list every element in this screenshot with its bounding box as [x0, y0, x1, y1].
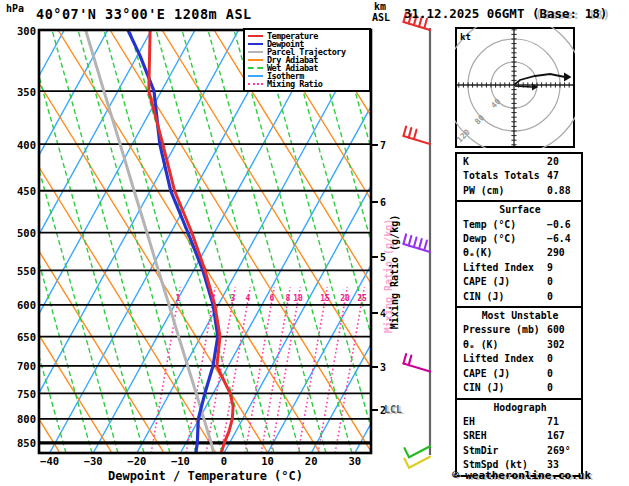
- pressure-tick-label: 450: [4, 185, 36, 197]
- pressure-axis-unit: hPa: [6, 3, 24, 14]
- stat-label: Dewp (°C): [463, 232, 547, 246]
- wet-adiabat-line: [624, 30, 629, 453]
- stat-value: −0.6: [547, 218, 577, 232]
- stat-value: 167: [547, 429, 577, 443]
- temperature-tick-label: 20: [291, 455, 331, 467]
- stat-value: 0: [547, 290, 577, 304]
- stat-row: Lifted Index0: [463, 352, 577, 366]
- stat-value: −6.4: [547, 232, 577, 246]
- wet-adiabat-line: [130, 30, 248, 453]
- legend-swatch-dotted: [248, 83, 263, 85]
- stat-row: CAPE (J)0: [463, 275, 577, 289]
- pressure-tick-label: 300: [4, 25, 36, 37]
- copyright: © weatheronline.co.uk: [452, 469, 591, 482]
- wet-adiabat-line: [208, 30, 326, 453]
- mixing-ratio-value-label: 20: [337, 294, 353, 303]
- wind-barb-tick: [404, 127, 407, 136]
- wind-barb: [404, 234, 431, 252]
- stats-section: Most UnstablePressure (mb)600θₑ (K)302Li…: [455, 306, 583, 399]
- stat-value: 302: [547, 338, 577, 352]
- wind-barb-tick: [405, 459, 410, 468]
- legend-box: TemperatureDewpointParcel TrajectoryDry …: [243, 28, 371, 92]
- station-title: 40°07'N 33°00'E 1208m ASL: [36, 6, 252, 22]
- stat-label: K: [463, 155, 547, 169]
- stats-section-header: Surface: [463, 203, 577, 217]
- stat-row: PW (cm)0.88: [463, 184, 577, 198]
- wet-adiabat-line: [598, 30, 629, 453]
- pressure-tick-label: 800: [4, 413, 36, 425]
- altitude-tick-label: 6: [380, 197, 386, 208]
- wind-barb-tick: [414, 237, 417, 247]
- stat-row: θₑ(K)290: [463, 246, 577, 260]
- wind-barb-tick: [409, 236, 412, 246]
- stat-label: CAPE (J): [463, 367, 547, 381]
- wind-barb-tick: [419, 239, 422, 249]
- stat-row: Dewp (°C)−6.4: [463, 232, 577, 246]
- altitude-tick-label: 3: [380, 362, 386, 373]
- stats-section-header: Most Unstable: [463, 309, 577, 323]
- stat-value: 47: [547, 169, 577, 183]
- wind-barb-column: [404, 13, 431, 468]
- temperature-tick-label: −30: [73, 455, 113, 467]
- stat-row: Temp (°C)−0.6: [463, 218, 577, 232]
- stat-row: CIN (J)0: [463, 381, 577, 395]
- datetime-base-run: (Base: 18): [532, 6, 607, 21]
- altitude-axis-unit-km: km: [374, 1, 386, 12]
- legend-item-label: Mixing Ratio: [267, 80, 322, 88]
- mixing-ratio-axis-label: Mixing Ratio (g/kg): [389, 215, 400, 329]
- stats-panel: K20Totals Totals47PW (cm)0.88SurfaceTemp…: [455, 152, 583, 477]
- datetime-main: 31.12.2025 06GMT: [404, 6, 524, 21]
- pressure-tick-label: 550: [4, 265, 36, 277]
- wind-barb-tick: [409, 356, 412, 366]
- dry-adiabat-line: [578, 30, 629, 453]
- stat-value: 269°: [547, 444, 577, 458]
- stat-value: 0: [547, 381, 577, 395]
- wind-barb-tick: [424, 241, 427, 251]
- stat-label: StmDir: [463, 444, 547, 458]
- mixing-ratio-value-label: 15: [317, 294, 333, 303]
- mixing-ratio-value-label: 1: [170, 294, 186, 303]
- stat-row: CIN (J)0: [463, 290, 577, 304]
- wind-barb-tick: [414, 130, 417, 140]
- stat-label: CAPE (J): [463, 275, 547, 289]
- wind-barb: [404, 127, 431, 144]
- stat-row: Pressure (mb)600: [463, 323, 577, 337]
- hodograph-unit-label: kt: [460, 32, 471, 42]
- mixing-ratio-line: [151, 287, 180, 453]
- stat-value: 290: [547, 246, 577, 260]
- stat-label: θₑ(K): [463, 246, 547, 260]
- stat-label: CIN (J): [463, 290, 547, 304]
- mixing-ratio-value-label: 10: [290, 294, 306, 303]
- sounding-chart-app: hPa 40°07'N 33°00'E 1208m ASL 31.12.2025…: [0, 0, 629, 486]
- datetime-label: 31.12.2025 06GMT (Base: 18): [404, 6, 607, 21]
- stat-label: SREH: [463, 429, 547, 443]
- stats-section: K20Totals Totals47PW (cm)0.88: [455, 152, 583, 202]
- stat-label: PW (cm): [463, 184, 547, 198]
- mixing-ratio-value-label: 3: [225, 294, 241, 303]
- stat-value: 0: [547, 275, 577, 289]
- wind-barb-shaft: [404, 136, 431, 144]
- altitude-tick-label: 7: [380, 140, 386, 151]
- stat-value: 600: [547, 323, 577, 337]
- temperature-tick-label: −20: [117, 455, 157, 467]
- wind-barb-shaft: [404, 364, 431, 372]
- stats-section: SurfaceTemp (°C)−0.6Dewp (°C)−6.4θₑ(K)29…: [455, 200, 583, 308]
- temperature-tick-label: 10: [248, 455, 288, 467]
- stat-row: K20: [463, 155, 577, 169]
- temperature-tick-label: −40: [30, 455, 70, 467]
- legend-swatch-solid: [248, 51, 263, 53]
- storm-motion-arrow: [515, 86, 532, 87]
- stat-label: Temp (°C): [463, 218, 547, 232]
- pressure-tick-label: 500: [4, 227, 36, 239]
- wind-barb: [405, 446, 431, 457]
- wind-barb-shaft: [409, 457, 430, 468]
- stat-row: Totals Totals47: [463, 169, 577, 183]
- stat-value: 9: [547, 261, 577, 275]
- stat-label: Pressure (mb): [463, 323, 547, 337]
- pressure-tick-label: 700: [4, 360, 36, 372]
- wet-adiabat-line: [260, 30, 378, 453]
- legend-swatch-solid: [248, 75, 263, 77]
- legend-item: Temperature: [248, 32, 367, 40]
- stat-label: θₑ (K): [463, 338, 547, 352]
- altitude-axis-unit-asl: ASL: [372, 12, 390, 23]
